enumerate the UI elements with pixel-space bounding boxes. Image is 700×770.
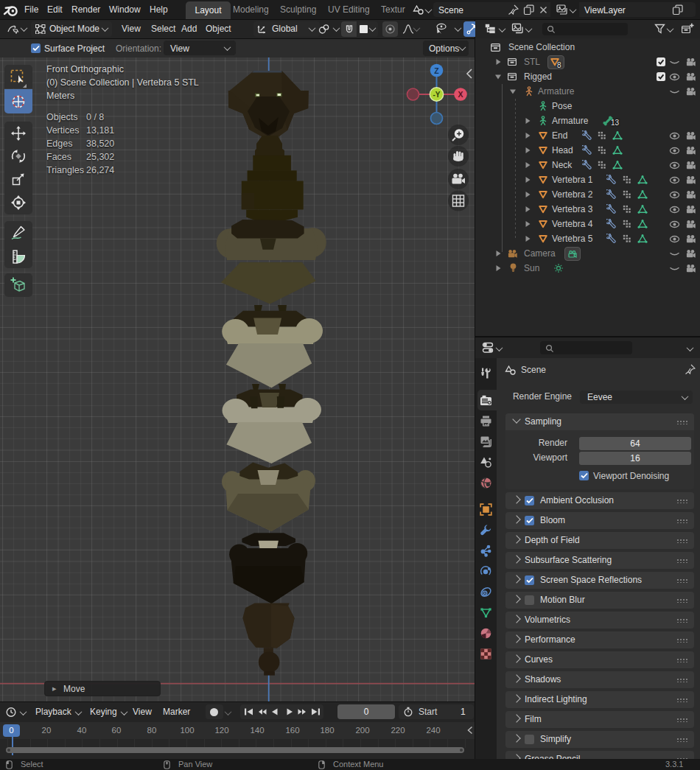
svg-text:X: X: [458, 90, 463, 99]
svg-text:-Y: -Y: [433, 91, 441, 99]
svg-text:Z: Z: [434, 66, 439, 75]
